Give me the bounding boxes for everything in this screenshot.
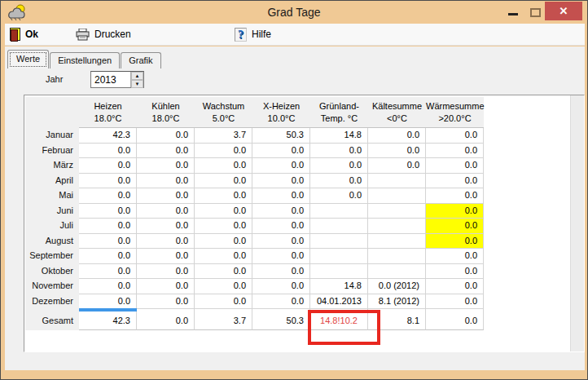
table-cell[interactable]: 0.0 <box>79 219 137 234</box>
tab-werte[interactable]: Werte <box>7 50 49 68</box>
table-cell[interactable] <box>310 204 368 219</box>
ok-button[interactable]: Ok <box>10 24 38 45</box>
table-cell[interactable]: 0.0 <box>137 204 195 219</box>
table-cell[interactable]: 0.0 <box>195 158 252 174</box>
table-cell[interactable]: 0.0 <box>137 144 195 159</box>
year-spinner[interactable]: 2013 ▲ ▼ <box>90 71 144 88</box>
table-cell[interactable] <box>310 219 368 234</box>
year-value[interactable]: 2013 <box>91 72 130 87</box>
minimize-button[interactable] <box>508 13 518 15</box>
table-cell[interactable]: 0.0 <box>426 219 484 234</box>
print-button[interactable]: Drucken <box>76 24 131 45</box>
year-spin-down-button[interactable]: ▼ <box>131 80 143 88</box>
table-cell[interactable]: 0.0 <box>137 188 195 204</box>
vertical-scrollbar[interactable] <box>570 95 584 351</box>
total-cell[interactable]: 3.7 <box>195 312 252 330</box>
table-cell[interactable]: 0.0 (2012) <box>368 279 426 294</box>
table-cell[interactable]: 0.0 <box>426 128 484 144</box>
table-cell[interactable] <box>368 264 426 280</box>
table-cell[interactable]: 0.0 <box>195 249 252 264</box>
total-cell[interactable]: 42.3 <box>79 312 137 330</box>
table-cell[interactable]: 0.0 <box>368 128 426 144</box>
table-cell[interactable]: 0.0 <box>310 188 368 204</box>
table-cell[interactable]: 0.0 <box>252 188 310 204</box>
table-cell[interactable]: 0.0 <box>426 188 484 204</box>
table-cell[interactable]: 0.0 <box>368 158 426 174</box>
table-cell[interactable]: 0.0 <box>426 249 484 264</box>
table-cell[interactable]: 14.8 <box>310 128 368 144</box>
table-cell[interactable]: 0.0 <box>79 294 137 310</box>
table-cell[interactable]: 0.0 <box>426 234 484 250</box>
table-cell[interactable]: 0.0 <box>195 219 252 234</box>
table-cell[interactable]: 0.0 <box>79 249 137 264</box>
help-button[interactable]: ? Hilfe <box>235 24 271 45</box>
table-cell[interactable]: 0.0 <box>137 279 195 294</box>
year-spin-up-button[interactable]: ▲ <box>131 72 143 80</box>
table-cell[interactable] <box>368 174 426 189</box>
table-cell[interactable] <box>368 234 426 250</box>
table-cell[interactable]: 0.0 <box>252 264 310 280</box>
table-cell[interactable]: 0.0 <box>79 204 137 219</box>
table-cell[interactable]: 0.0 <box>195 234 252 250</box>
total-cell[interactable]: 14.8!10.2 <box>310 312 368 330</box>
table-cell[interactable]: 0.0 <box>252 219 310 234</box>
table-cell[interactable]: 0.0 <box>252 204 310 219</box>
table-cell[interactable]: 0.0 <box>426 204 484 219</box>
total-cell[interactable]: 8.1 <box>368 312 426 330</box>
table-cell[interactable] <box>368 204 426 219</box>
table-cell[interactable]: 0.0 <box>79 158 137 174</box>
table-cell[interactable]: 0.0 <box>368 144 426 159</box>
table-cell[interactable]: 0.0 <box>195 188 252 204</box>
table-cell[interactable]: 3.7 <box>195 128 252 144</box>
table-cell[interactable] <box>368 219 426 234</box>
table-cell[interactable]: 0.0 <box>79 174 137 189</box>
table-cell[interactable] <box>368 188 426 204</box>
table-cell[interactable]: 0.0 <box>252 158 310 174</box>
table-cell[interactable]: 0.0 <box>426 294 484 310</box>
table-cell[interactable]: 14.8 <box>310 279 368 294</box>
table-cell[interactable]: 0.0 <box>79 264 137 280</box>
table-cell[interactable]: 0.0 <box>137 249 195 264</box>
table-cell[interactable]: 0.0 <box>426 174 484 189</box>
table-cell[interactable]: 0.0 <box>79 144 137 159</box>
table-cell[interactable]: 0.0 <box>426 158 484 174</box>
table-cell[interactable]: 0.0 <box>252 234 310 250</box>
maximize-button[interactable] <box>530 8 541 17</box>
table-cell[interactable]: 0.0 <box>137 158 195 174</box>
table-cell[interactable]: 0.0 <box>310 158 368 174</box>
table-cell[interactable]: 0.0 <box>310 174 368 189</box>
table-cell[interactable] <box>310 234 368 250</box>
table-cell[interactable]: 0.0 <box>252 294 310 310</box>
table-cell[interactable]: 0.0 <box>137 128 195 144</box>
table-cell[interactable]: 0.0 <box>79 188 137 204</box>
table-cell[interactable]: 0.0 <box>195 174 252 189</box>
table-cell[interactable]: 0.0 <box>79 279 137 294</box>
titlebar[interactable]: Grad Tage ✕ <box>1 1 587 24</box>
table-cell[interactable]: 0.0 <box>252 174 310 189</box>
table-cell[interactable] <box>310 264 368 280</box>
table-cell[interactable]: 42.3 <box>79 128 137 144</box>
table-cell[interactable]: 0.0 <box>195 144 252 159</box>
tab-grafik[interactable]: Grafik <box>121 52 160 68</box>
total-cell[interactable]: 0.0 <box>137 312 195 330</box>
total-cell[interactable]: 50.3 <box>252 312 310 330</box>
table-cell[interactable]: 04.01.2013 <box>310 294 368 310</box>
table-cell[interactable] <box>310 249 368 264</box>
table-cell[interactable]: 0.0 <box>137 264 195 280</box>
table-cell[interactable]: 0.0 <box>137 219 195 234</box>
table-cell[interactable] <box>368 249 426 264</box>
table-cell[interactable]: 0.0 <box>252 249 310 264</box>
tab-einstellungen[interactable]: Einstellungen <box>50 52 120 68</box>
table-cell[interactable]: 0.0 <box>195 294 252 310</box>
table-cell[interactable]: 50.3 <box>252 128 310 144</box>
table-cell[interactable]: 0.0 <box>252 279 310 294</box>
table-cell[interactable]: 0.0 <box>252 144 310 159</box>
table-cell[interactable]: 0.0 <box>79 234 137 250</box>
table-cell[interactable]: 0.0 <box>195 264 252 280</box>
table-cell[interactable]: 0.0 <box>137 174 195 189</box>
table-cell[interactable]: 0.0 <box>137 294 195 310</box>
table-cell[interactable]: 0.0 <box>426 264 484 280</box>
table-cell[interactable]: 0.0 <box>137 234 195 250</box>
table-cell[interactable]: 0.0 <box>426 279 484 294</box>
table-cell[interactable]: 8.1 (2012) <box>368 294 426 310</box>
